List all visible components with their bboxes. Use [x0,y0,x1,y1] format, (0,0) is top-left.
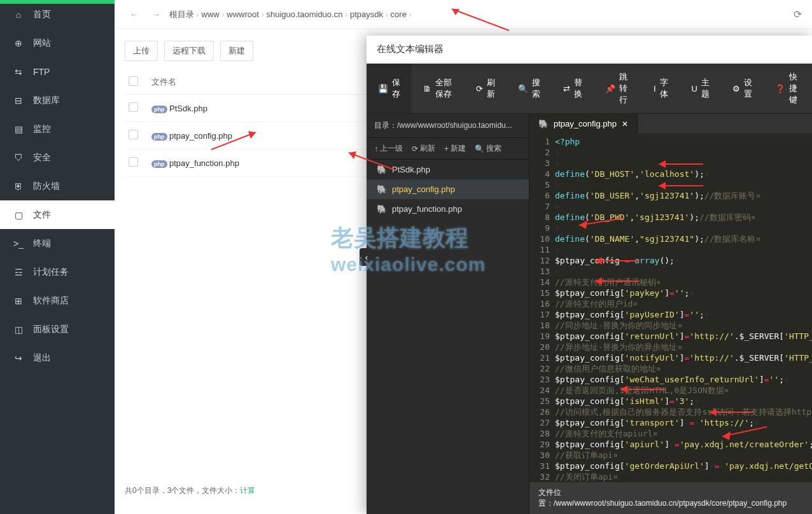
sidebar-icon: ⛉ [13,153,24,163]
editor-title: 在线文本编辑器 [367,36,812,64]
sidebar-item-12[interactable]: ↪退出 [0,344,115,372]
sidebar-item-label: FTP [33,67,50,77]
tree-up-button[interactable]: ↑ 上一级 [372,142,405,155]
sidebar-item-0[interactable]: ⌂首页 [0,0,115,29]
tree-new-button[interactable]: + 新建 [442,142,468,155]
file-name: ptpay_function.php [169,158,239,168]
sidebar-item-label: 终端 [33,238,51,249]
toolbar-icon: I [654,84,656,94]
row-checkbox[interactable] [129,130,138,139]
toolbar-label: 刷新 [487,77,495,100]
row-checkbox[interactable] [129,102,138,112]
tree-file-name: ptpay_function.php [392,204,462,214]
php-icon: 🐘 [538,119,549,128]
sidebar-item-label: 首页 [33,9,51,20]
breadcrumb-item[interactable]: core [391,10,407,19]
sidebar-item-label: 面板设置 [33,324,69,335]
upload-button[interactable]: 上传 [125,41,158,61]
toolbar-icon: ❓ [775,84,785,94]
sidebar-item-11[interactable]: ◫面板设置 [0,315,115,344]
back-icon[interactable]: ← [125,10,143,19]
sidebar-item-label: 计划任务 [33,267,69,278]
sidebar-item-4[interactable]: ▤监控 [0,115,115,143]
sidebar-item-2[interactable]: ⇆FTP [0,57,115,86]
editor-btn-保存[interactable]: 💾保存 [367,64,412,113]
tree-search-button[interactable]: 🔍 搜索 [472,142,504,155]
sidebar-item-8[interactable]: >_终端 [0,229,115,258]
breadcrumb-item[interactable]: shuiguo.taomiduo.cn [266,10,342,19]
row-checkbox[interactable] [129,157,138,167]
forward-icon[interactable]: → [147,10,165,19]
sidebar-item-9[interactable]: ☲计划任务 [0,258,115,286]
sidebar-item-label: 退出 [33,352,51,364]
sidebar-item-label: 软件商店 [33,295,69,307]
brand-stripe [0,0,115,4]
sidebar-icon: >_ [13,239,24,249]
editor-btn-刷新[interactable]: ⟳刷新 [465,64,507,113]
editor-btn-全部保存[interactable]: 🗎全部保存 [412,64,465,113]
editor-btn-快捷键[interactable]: ❓快捷键 [764,64,812,113]
editor-btn-搜索[interactable]: 🔍搜索 [507,64,552,113]
main-area: ← → 根目录 › www › wwwroot › shuiguo.taomid… [115,0,812,514]
chevron-right-icon: › [259,10,267,19]
chevron-right-icon: › [220,10,227,19]
editor-tabs: 🐘 ptpay_config.php ✕ [529,114,812,134]
collapse-panel-icon[interactable]: ‹ [360,248,374,266]
sidebar-item-6[interactable]: ⛨防火墙 [0,172,115,200]
toolbar-label: 保存 [392,77,400,100]
refresh-icon[interactable]: ⟳ [794,8,802,20]
breadcrumb-item[interactable]: wwwroot [227,10,259,19]
php-icon: 🐘 [377,165,387,174]
breadcrumb-item[interactable]: 根目录 [169,10,194,19]
sidebar: ⌂首页⊕网站⇆FTP⊟数据库▤监控⛉安全⛨防火墙▢文件>_终端☲计划任务⊞软件商… [0,0,115,514]
tree-file-item[interactable]: 🐘ptpay_config.php [367,179,529,199]
tree-refresh-button[interactable]: ⟳ 刷新 [409,142,438,155]
sidebar-item-5[interactable]: ⛉安全 [0,143,115,172]
calculate-size-link[interactable]: 计算 [240,486,255,495]
editor-btn-设置[interactable]: ⚙设置 [721,64,764,113]
column-filename: 文件名 [151,76,176,88]
editor-btn-替换[interactable]: ⇄替换 [552,64,594,113]
toolbar-icon: 🗎 [423,84,431,94]
file-name: ptpay_config.php [169,131,232,141]
code-editor[interactable]: 1234567891011121314151617181920212223242… [529,134,812,482]
new-button[interactable]: 新建 [220,41,253,61]
sidebar-item-label: 文件 [33,209,51,221]
tree-file-item[interactable]: 🐘ptpay_function.php [367,199,529,219]
breadcrumb-item[interactable]: ptpaysdk [350,10,383,19]
folder-summary: 共0个目录，3个文件，文件大小：计算 [125,485,255,496]
editor-btn-跳转行[interactable]: 📌跳转行 [594,64,642,113]
sidebar-item-7[interactable]: ▢文件 [0,200,115,229]
sidebar-icon: ⊞ [13,296,24,306]
sidebar-item-3[interactable]: ⊟数据库 [0,86,115,115]
sidebar-icon: ☲ [13,267,24,277]
toolbar-icon: ⟳ [476,84,483,94]
sidebar-item-label: 网站 [33,38,51,49]
toolbar-label: 主题 [701,77,710,100]
tree-file-item[interactable]: 🐘PtSdk.php [367,160,529,179]
directory-label: 目录：/www/wwwroot/shuiguo.taomidu... [367,114,529,138]
editor-btn-字体[interactable]: I字体 [642,64,680,113]
toolbar-icon: U [691,84,697,94]
tree-file-name: ptpay_config.php [392,184,455,194]
sidebar-icon: ▤ [13,124,24,134]
sidebar-icon: ⊟ [13,95,24,106]
toolbar-label: 设置 [744,77,752,100]
editor-file-tree: 目录：/www/wwwroot/shuiguo.taomidu... ↑ 上一级… [367,114,529,514]
file-name: PtSdk.php [169,104,207,113]
editor-btn-主题[interactable]: U主题 [680,64,720,113]
editor-panel: 在线文本编辑器 💾保存🗎全部保存⟳刷新🔍搜索⇄替换📌跳转行I字体U主题⚙设置❓快… [367,36,812,514]
tab-ptpay-config[interactable]: 🐘 ptpay_config.php ✕ [529,114,638,134]
sidebar-item-label: 监控 [33,123,51,135]
breadcrumb-item[interactable]: www [202,10,220,19]
select-all-checkbox[interactable] [129,76,138,86]
close-tab-icon[interactable]: ✕ [622,120,628,128]
editor-toolbar: 💾保存🗎全部保存⟳刷新🔍搜索⇄替换📌跳转行I字体U主题⚙设置❓快捷键 [367,64,812,114]
php-icon: php [151,106,167,113]
sidebar-item-10[interactable]: ⊞软件商店 [0,286,115,315]
chevron-right-icon: › [407,10,412,19]
sidebar-icon: ⌂ [13,10,24,20]
tree-file-name: PtSdk.php [392,165,430,174]
remote-download-button[interactable]: 远程下载 [164,41,214,61]
sidebar-item-1[interactable]: ⊕网站 [0,29,115,57]
